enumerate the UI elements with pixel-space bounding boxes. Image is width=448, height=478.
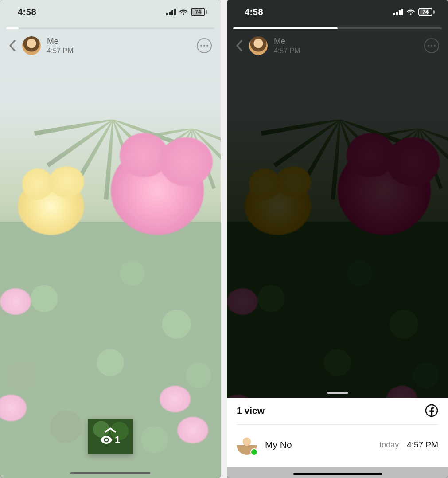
- author-avatar[interactable]: [22, 36, 41, 55]
- status-time: 4:58: [245, 7, 263, 17]
- sheet-title: 1 view: [237, 405, 265, 416]
- signal-icon: [166, 9, 176, 15]
- story-header: Me 4:57 PM: [227, 36, 448, 55]
- battery-fill: [192, 9, 202, 15]
- battery-icon: 74: [191, 8, 207, 16]
- story-progress-track[interactable]: [233, 27, 442, 29]
- viewer-row[interactable]: My No today 4:57 PM: [237, 425, 438, 455]
- story-progress-track[interactable]: [6, 27, 214, 29]
- back-button[interactable]: [236, 39, 243, 52]
- story-progress-fill: [6, 27, 19, 29]
- author-name: Me: [274, 36, 300, 47]
- story-progress-fill: [233, 27, 338, 29]
- phone-screenshot-views-sheet: 4:58 74 Me 4:57 PM 1 view: [227, 0, 448, 478]
- wifi-icon: [179, 9, 188, 16]
- story-header: Me 4:57 PM: [0, 36, 221, 55]
- viewer-day: today: [379, 440, 399, 450]
- chevron-left-icon: [9, 39, 16, 52]
- home-indicator[interactable]: [70, 472, 150, 474]
- wifi-icon: [406, 9, 415, 16]
- story-posted-time: 4:57 PM: [47, 47, 74, 55]
- viewer-name: My No: [265, 439, 292, 450]
- more-button[interactable]: [424, 38, 439, 53]
- battery-icon: 74: [418, 8, 435, 16]
- viewer-time: 4:57 PM: [407, 440, 438, 450]
- story-posted-time: 4:57 PM: [274, 47, 300, 55]
- chevron-left-icon: [236, 39, 243, 52]
- facebook-icon[interactable]: [425, 404, 438, 417]
- home-indicator[interactable]: [293, 473, 382, 475]
- story-views-button[interactable]: 1: [88, 419, 133, 454]
- eye-icon: [101, 436, 112, 444]
- views-sheet: 1 view My No today 4:57 PM: [227, 398, 448, 467]
- views-count: 1: [115, 434, 120, 446]
- more-horizontal-icon: [428, 45, 429, 47]
- presence-dot-icon: [250, 448, 258, 456]
- more-button[interactable]: [197, 38, 212, 53]
- battery-fill: [420, 9, 429, 15]
- light-overlay: [0, 0, 221, 478]
- status-bar: 4:58 74: [0, 0, 221, 24]
- drag-handle-icon[interactable]: [327, 392, 348, 394]
- signal-icon: [393, 9, 403, 15]
- author-avatar[interactable]: [249, 36, 268, 55]
- phone-screenshot-story: 4:58 74 Me 4:57 PM 1: [0, 0, 221, 478]
- chevron-up-icon: [104, 427, 117, 433]
- more-horizontal-icon: [200, 45, 202, 47]
- status-bar: 4:58 74: [227, 0, 448, 24]
- author-name: Me: [47, 36, 74, 47]
- back-button[interactable]: [9, 39, 16, 52]
- status-time: 4:58: [18, 7, 36, 17]
